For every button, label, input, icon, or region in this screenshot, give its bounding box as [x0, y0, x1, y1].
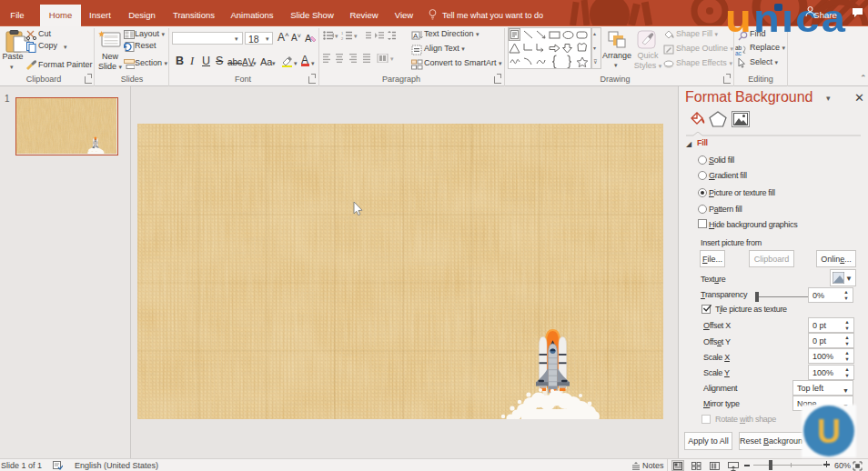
svg-text:U: U	[817, 413, 841, 450]
svg-text:▾: ▾	[335, 33, 338, 39]
svg-text:▾: ▾	[390, 55, 394, 62]
svg-text:1: 1	[341, 31, 344, 35]
svg-text:2: 2	[341, 36, 344, 41]
svg-text:▾: ▾	[354, 33, 358, 39]
svg-text:A: A	[413, 32, 419, 40]
svg-text:ac: ac	[735, 50, 742, 55]
